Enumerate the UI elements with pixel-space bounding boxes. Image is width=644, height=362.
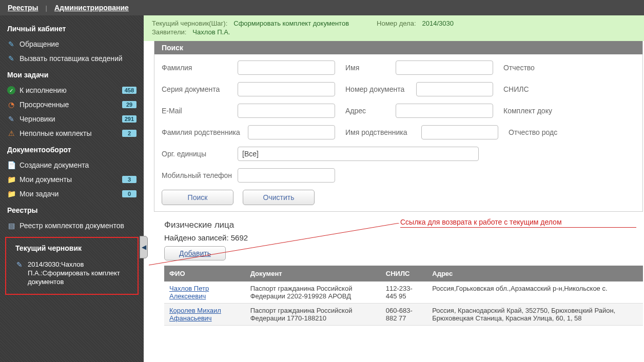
cell-addr: Россия, Краснодарский Край, 352750, Брюх…	[427, 304, 643, 326]
sidebar-collapse-handle[interactable]: ◀	[140, 236, 148, 258]
top-nav-bar: Реестры | Администрирование	[0, 0, 644, 15]
cell-snils: 112-233-445 95	[381, 281, 427, 304]
folder-icon: 📁	[7, 175, 15, 184]
label-rel-patronymic: Отчество родс	[509, 128, 565, 136]
count-badge: 29	[122, 101, 136, 108]
sidebar-item-call-provider[interactable]: ✎ Вызвать поставщика сведений	[0, 51, 144, 66]
current-draft-link[interactable]: ✎ 2014/3030:Чахлов П.А.:Сформировать ком…	[8, 256, 135, 287]
sidebar-item-todo[interactable]: ✓ К исполнению 458	[0, 83, 144, 97]
sidebar-item-my-docs[interactable]: 📁 Мои документы 3	[0, 172, 144, 187]
sidebar-item-label: К исполнению	[19, 86, 118, 94]
clock-alert-icon: ◔	[7, 100, 15, 109]
section-current-title: Текущий черновик	[8, 242, 135, 256]
label-org-units: Орг. единицы	[162, 150, 233, 158]
label-rel-surname: Фамилия родственника	[162, 128, 244, 136]
label-email: E-Mail	[162, 107, 233, 115]
input-name[interactable]	[396, 61, 493, 75]
label-surname: Фамилия	[162, 64, 233, 72]
count-badge: 458	[122, 87, 136, 94]
add-button[interactable]: Добавить	[164, 246, 226, 260]
cell-addr: Россия,Горьковская обл.,Арзамасский р-н,…	[427, 281, 643, 304]
label-doc-number: Номер документа	[345, 85, 412, 93]
info-band: Текущий черновик(Шаг): Сформировать комп…	[144, 15, 644, 41]
count-badge: 291	[122, 115, 136, 123]
sidebar-item-create-doc[interactable]: 📄 Создание документа	[0, 158, 144, 172]
found-label: Найдено записей:	[164, 233, 231, 242]
sidebar: Личный кабинет ✎ Обращение ✎ Вызвать пос…	[0, 15, 144, 362]
input-doc-number[interactable]	[416, 82, 493, 96]
sidebar-item-drafts[interactable]: ✎ Черновики 291	[0, 112, 144, 126]
count-badge: 0	[122, 190, 136, 197]
table-row: Чахлов Петр Алексеевич Паспорт гражданин…	[164, 281, 643, 304]
sidebar-item-overdue[interactable]: ◔ Просроченные 29	[0, 97, 144, 112]
cell-snils: 060-683-882 77	[381, 304, 427, 326]
label-address: Адрес	[345, 107, 392, 115]
label-phone: Мобильный телефон	[162, 171, 233, 179]
col-doc: Документ	[245, 266, 381, 281]
count-badge: 2	[122, 130, 136, 137]
sidebar-item-label: Просроченные	[19, 100, 118, 109]
current-draft-box: Текущий черновик ✎ 2014/3030:Чахлов П.А.…	[5, 237, 139, 295]
list-icon: ▤	[7, 222, 15, 230]
label-doc-series: Серия документа	[162, 85, 233, 93]
draft-icon: ✎	[7, 115, 15, 123]
sidebar-item-appeal[interactable]: ✎ Обращение	[0, 37, 144, 51]
sidebar-item-incomplete[interactable]: ⚠ Неполные комплекты 2	[0, 126, 144, 140]
sidebar-item-label: Неполные комплекты	[19, 129, 118, 137]
input-rel-surname[interactable]	[248, 125, 335, 139]
search-panel: Поиск Фамилия Имя Отчество Серия докумен…	[154, 41, 643, 212]
label-rel-name: Имя родственника	[345, 128, 417, 136]
input-email[interactable]	[238, 104, 335, 118]
sidebar-item-my-tasks[interactable]: 📁 Мои задачи 0	[0, 187, 144, 201]
current-draft-label: 2014/3030:Чахлов П.А.:Сформировать компл…	[28, 260, 128, 287]
results-table: ФИО Документ СНИЛС Адрес Чахлов Петр Але…	[164, 266, 643, 326]
sidebar-item-doc-packets[interactable]: ▤ Реестр комплектов документов	[0, 218, 144, 233]
nav-admin[interactable]: Администрирование	[54, 4, 129, 12]
table-row: Королев Михаил Афанасьевич Паспорт гражд…	[164, 304, 643, 326]
case-value: 2014/3030	[422, 19, 454, 27]
sidebar-item-label: Мои задачи	[19, 190, 118, 198]
results-section: Ссылка для возврата к работе с текущим д…	[154, 215, 644, 326]
step-label: Текущий черновик(Шаг):	[152, 19, 227, 27]
input-phone[interactable]	[238, 168, 335, 183]
applicants-value: Чахлов П.А.	[192, 28, 230, 36]
cell-doc: Паспорт гражданина Российской Федерации …	[245, 304, 381, 326]
folder-icon: 📁	[7, 190, 15, 198]
nav-separator: |	[46, 4, 47, 12]
sidebar-item-label: Создание документа	[19, 161, 136, 169]
document-edit-icon: ✎	[7, 54, 15, 63]
annotation-text: Ссылка для возврата к работе с текущим д…	[400, 218, 636, 228]
input-surname[interactable]	[238, 61, 335, 75]
sidebar-item-label: Реестр комплектов документов	[19, 222, 136, 230]
case-label: Номер дела:	[377, 19, 416, 27]
label-packet: Комплект доку	[503, 107, 560, 115]
main-content: Текущий черновик(Шаг): Сформировать комп…	[144, 15, 644, 362]
found-count: 5692	[231, 233, 248, 242]
sidebar-item-label: Обращение	[19, 40, 136, 48]
label-snils: СНИЛС	[503, 85, 550, 93]
section-tasks-title: Мои задачи	[0, 66, 144, 83]
search-button[interactable]: Поиск	[162, 190, 233, 205]
person-link[interactable]: Королев Михаил Афанасьевич	[169, 307, 221, 322]
section-registries-title: Реестры	[0, 201, 144, 218]
nav-registries[interactable]: Реестры	[8, 4, 38, 12]
person-link[interactable]: Чахлов Петр Алексеевич	[169, 285, 209, 300]
input-address[interactable]	[396, 104, 493, 118]
label-name: Имя	[345, 64, 392, 72]
sidebar-item-label: Черновики	[19, 115, 118, 123]
count-badge: 3	[122, 176, 136, 183]
cell-doc: Паспорт гражданина Российской Федерации …	[245, 281, 381, 304]
select-org-units[interactable]: [Все]	[238, 147, 479, 161]
new-document-icon: 📄	[7, 161, 15, 169]
search-panel-title: Поиск	[154, 41, 642, 54]
draft-icon: ✎	[15, 260, 24, 269]
clear-button[interactable]: Очистить	[243, 190, 315, 205]
input-rel-name[interactable]	[421, 125, 498, 139]
applicants-label: Заявители:	[152, 28, 186, 36]
sidebar-item-label: Вызвать поставщика сведений	[19, 54, 136, 63]
input-doc-series[interactable]	[238, 82, 335, 96]
section-docflow-title: Документооборот	[0, 140, 144, 158]
warning-icon: ⚠	[7, 129, 15, 137]
col-fio: ФИО	[164, 266, 245, 281]
label-patronymic: Отчество	[503, 64, 550, 72]
